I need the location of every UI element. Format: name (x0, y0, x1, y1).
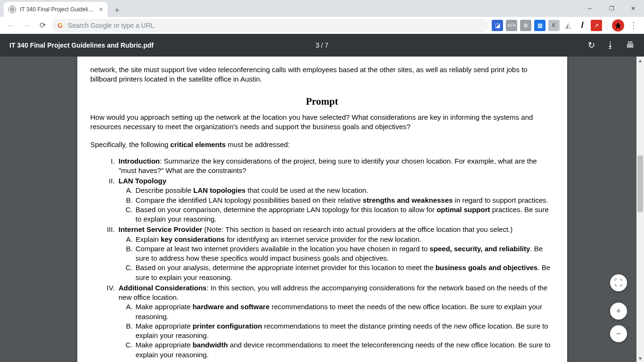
extension-area: ◪ </> ⊕ ▦ K ◭ I ↗ (492, 20, 602, 31)
pdf-viewport[interactable]: network, the site must support live vide… (0, 57, 644, 362)
tab-title: IT 340 Final Project Guidelines an (20, 6, 95, 13)
forward-button[interactable]: → (20, 19, 33, 32)
pdf-filename: IT 340 Final Project Guidelines and Rubr… (9, 41, 154, 49)
browser-toolbar: ← → ⟳ G Search Google or type a URL ◪ </… (0, 17, 644, 34)
fit-page-button[interactable]: ⛶ (610, 274, 627, 291)
scrollbar-thumb[interactable] (637, 156, 643, 212)
item-introduction: Introduction: Summarize the key consider… (117, 156, 554, 176)
ext-icon-2[interactable]: </> (506, 20, 517, 31)
browser-tab[interactable]: IT 340 Final Project Guidelines an × (4, 2, 107, 17)
pdf-toolbar: IT 340 Final Project Guidelines and Rubr… (0, 34, 644, 57)
ext-icon-6[interactable]: ◭ (562, 20, 574, 31)
scroll-down-arrow-icon[interactable]: ▼ (636, 354, 644, 362)
profile-avatar[interactable] (612, 19, 624, 32)
item-isp: Internet Service Provider (Note: This se… (117, 225, 554, 282)
critical-elements-list: Introduction: Summarize the key consider… (91, 156, 554, 362)
prompt-heading: Prompt (91, 95, 554, 108)
pdf-rotate-button[interactable]: ↻ (588, 40, 595, 50)
ext-icon-5[interactable]: K (548, 20, 560, 31)
back-button[interactable]: ← (4, 19, 17, 32)
window-minimize-button[interactable]: ─ (579, 0, 601, 17)
ext-icon-8[interactable]: ↗ (591, 20, 602, 31)
pdf-download-button[interactable]: ⭳ (606, 40, 615, 50)
reload-button[interactable]: ⟳ (36, 19, 49, 32)
ext-icon-7[interactable]: I (577, 20, 588, 31)
ext-icon-4[interactable]: ▦ (534, 20, 545, 31)
item-lan-topology: LAN Topology Describe possible LAN topol… (117, 176, 554, 224)
zoom-in-button[interactable]: + (610, 303, 627, 320)
omnibox[interactable]: G Search Google or type a URL (52, 19, 489, 32)
pdf-print-button[interactable]: 🖶 (626, 40, 635, 50)
context-text: network, the site must support live vide… (91, 57, 554, 84)
window-controls: ─ ❐ ✕ (579, 0, 644, 17)
ext-icon-3[interactable]: ⊕ (520, 20, 531, 31)
window-close-button[interactable]: ✕ (622, 0, 644, 17)
specifically-line: Specifically, the following critical ele… (91, 140, 554, 149)
pdf-page: network, the site must support live vide… (77, 57, 567, 362)
separator (607, 21, 607, 30)
tab-close-icon[interactable]: × (99, 6, 103, 13)
google-g-icon: G (58, 21, 63, 29)
window-maximize-button[interactable]: ❐ (601, 0, 622, 17)
ext-icon-1[interactable]: ◪ (492, 20, 503, 31)
item-additional: Additional Considerations: In this secti… (117, 283, 554, 360)
omnibox-placeholder: Search Google or type a URL (68, 22, 155, 29)
scroll-up-arrow-icon[interactable]: ▲ (636, 57, 644, 64)
new-tab-button[interactable]: + (110, 4, 124, 17)
pdf-page-indicator: 3 / 7 (315, 41, 328, 49)
tab-strip: IT 340 Final Project Guidelines an × + ─… (0, 0, 644, 17)
vertical-scrollbar[interactable]: ▲ ▼ (636, 57, 644, 362)
prompt-question: How would you approach setting up the ne… (91, 113, 554, 132)
favicon-globe-icon (8, 6, 16, 13)
chrome-menu-button[interactable]: ⋮ (627, 20, 640, 31)
zoom-out-button[interactable]: − (610, 325, 627, 342)
